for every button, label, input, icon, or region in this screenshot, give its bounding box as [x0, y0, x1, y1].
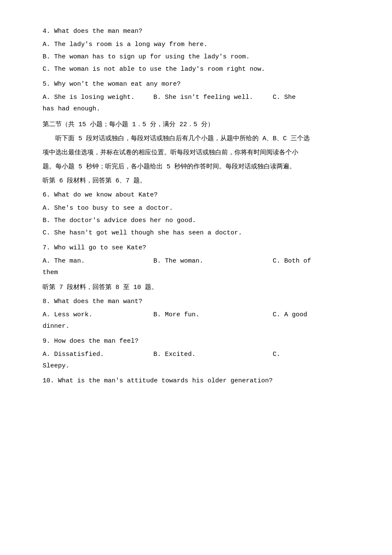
material7-header: 听第 7 段材料，回答第 8 至 10 题。 [43, 282, 349, 293]
q5-option-c-wrap: has had enough. [43, 103, 349, 115]
q9-option-b: B. Excited. [153, 349, 273, 360]
q6-option-a: A. She's too busy to see a doctor. [43, 202, 349, 214]
q7-option-c: C. Both of [273, 255, 349, 267]
q6-option-c: C. She hasn't got well though she has se… [43, 227, 349, 239]
question-8: 8. What does the man want? A. Less work.… [43, 296, 349, 332]
q8-option-c: C. A good [273, 309, 349, 321]
material6-header: 听第 6 段材料，回答第 6、7 题。 [43, 175, 349, 187]
section2-intro2: 项中选出最佳选项，并标在试卷的相应位置。听每段对话或独白前，你将有时间阅读各个小 [43, 147, 349, 159]
question-7: 7. Who will go to see Kate? A. The man. … [43, 242, 349, 278]
question-5: 5. Why won't the woman eat any more? A. … [43, 78, 349, 115]
q7-option-a: A. The man. [43, 255, 153, 267]
q6-option-b: B. The doctor's advice does her no good. [43, 215, 349, 226]
question-9: 9. How does the man feel? A. Dissatisfie… [43, 335, 349, 372]
q5-option-a: A. She is losing weight. [43, 92, 153, 103]
q8-options-row: A. Less work. B. More fun. C. A good [43, 309, 349, 321]
question-6: 6. What do we know about Kate? A. She's … [43, 189, 349, 239]
q7-option-c-wrap: them [43, 267, 349, 278]
section2-intro3: 题。每小题 5 秒钟；听完后，各小题给出 5 秒钟的作答时间。每段对话或独白读两… [43, 161, 349, 173]
section2-header: 第二节（共 15 小题；每小题 1．5 分，满分 22．5 分） [43, 119, 349, 130]
q4-option-a: A. The lady's room is a long way from he… [43, 39, 349, 50]
q8-title: 8. What does the man want? [43, 296, 349, 307]
section2-title: 第二节（共 15 小题；每小题 1．5 分，满分 22．5 分） [43, 119, 349, 130]
q7-options-row: A. The man. B. The woman. C. Both of [43, 255, 349, 267]
q9-option-a: A. Dissatisfied. [43, 349, 153, 360]
q7-title: 7. Who will go to see Kate? [43, 242, 349, 254]
q5-option-c: C. She [273, 92, 349, 103]
q7-option-b: B. The woman. [153, 255, 273, 267]
q5-option-b: B. She isn't feeling well. [153, 92, 273, 103]
q8-option-a: A. Less work. [43, 309, 153, 321]
question-10: 10. What is the man's attitude towards h… [43, 375, 349, 387]
q6-title: 6. What do we know about Kate? [43, 189, 349, 201]
q9-options-row: A. Dissatisfied. B. Excited. C. [43, 349, 349, 360]
q8-option-b: B. More fun. [153, 309, 273, 321]
question-4: 4. What does the man mean? A. The lady's… [43, 26, 349, 75]
q5-options-row: A. She is losing weight. B. She isn't fe… [43, 92, 349, 103]
q4-option-c: C. The woman is not able to use the lady… [43, 64, 349, 75]
q10-title: 10. What is the man's attitude towards h… [43, 375, 349, 387]
q9-option-c-wrap: Sleepy. [43, 360, 349, 372]
section2-intro: 听下面 5 段对话或独白，每段对话或独白后有几个小题，从题中所给的 A、B、C … [43, 133, 349, 173]
q4-title: 4. What does the man mean? [43, 26, 349, 37]
q9-option-c: C. [273, 349, 349, 360]
q8-option-c-wrap: dinner. [43, 321, 349, 332]
q5-title: 5. Why won't the woman eat any more? [43, 78, 349, 90]
q9-title: 9. How does the man feel? [43, 335, 349, 347]
q4-option-b: B. The woman has to sign up for using th… [43, 51, 349, 63]
section2-intro1: 听下面 5 段对话或独白，每段对话或独白后有几个小题，从题中所给的 A、B、C … [43, 133, 349, 145]
